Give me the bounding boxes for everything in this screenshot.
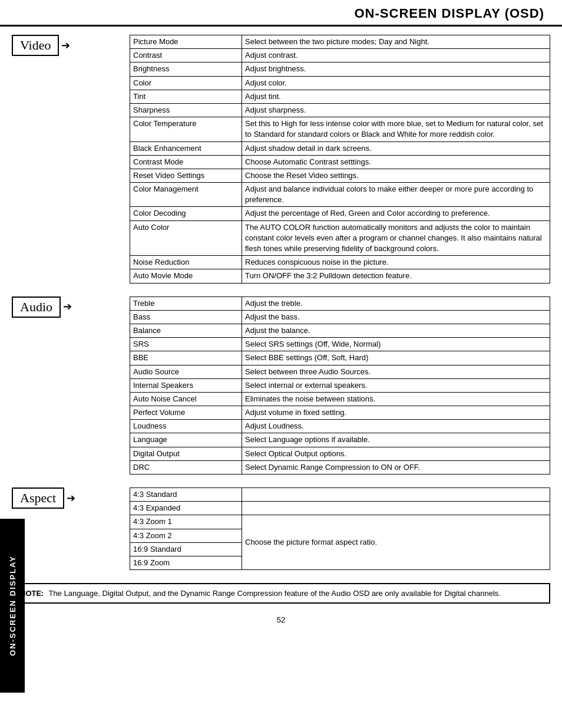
table-row: Auto Noise CancelEliminates the noise be…: [130, 392, 550, 406]
video-label-col: Video ➔: [12, 35, 130, 56]
note-inner: NOTE: The Language, Digital Output, and …: [20, 589, 542, 598]
table-row: SharpnessAdjust sharpness.: [130, 103, 550, 117]
audio-label-box: Audio: [12, 297, 61, 318]
item-name: 16:9 Zoom: [130, 556, 242, 569]
item-desc: Adjust the balance.: [242, 324, 550, 337]
item-name: Noise Reduction: [130, 256, 242, 269]
item-name: Auto Color: [130, 220, 242, 256]
item-desc: Select between the two picture modes; Da…: [242, 35, 550, 49]
item-desc: Reduces conspicuous noise in the picture…: [242, 256, 550, 269]
item-name: Balance: [130, 324, 242, 337]
sidebar-bar: ON-SCREEN DISPLAY: [0, 519, 25, 693]
item-name: Auto Noise Cancel: [130, 392, 242, 406]
aspect-label-col: Aspect ➔: [12, 487, 130, 509]
item-name: Color Temperature: [130, 117, 242, 141]
item-desc: Set this to High for less intense color …: [242, 117, 550, 141]
aspect-section: Aspect ➔ 4:3 Standard4:3 Expanded4:3 Zoo…: [12, 487, 550, 570]
table-row: DRCSelect Dynamic Range Compression to O…: [130, 460, 550, 474]
item-name: Black Enhancement: [130, 141, 242, 155]
item-desc: Adjust and balance individual colors to …: [242, 183, 550, 207]
video-arrow-icon: ➔: [61, 38, 70, 54]
item-name: Perfect Volume: [130, 406, 242, 420]
table-row: Digital OutputSelect Optical Output opti…: [130, 447, 550, 460]
table-row: Color TemperatureSet this to High for le…: [130, 117, 550, 141]
item-desc: Adjust color.: [242, 76, 550, 90]
item-name: Auto Movie Mode: [130, 269, 242, 283]
item-name: Contrast: [130, 49, 242, 62]
table-row: BBESelect BBE settings (Off, Soft, Hard): [130, 351, 550, 365]
item-name: Contrast Mode: [130, 155, 242, 169]
aspect-table: 4:3 Standard4:3 Expanded4:3 Zoom 1Choose…: [130, 487, 550, 570]
table-row: LoudnessAdjust Loudness.: [130, 420, 550, 433]
item-name: Brightness: [130, 62, 242, 76]
item-desc: Select between three Audio Sources.: [242, 365, 550, 378]
item-desc: Choose the Reset Video settings.: [242, 169, 550, 182]
table-row: TrebleAdjust the treble.: [130, 297, 550, 310]
table-row: 4:3 Zoom 1Choose the picture format aspe…: [130, 515, 550, 529]
item-name: Sharpness: [130, 103, 242, 117]
item-desc: The AUTO COLOR function automatically mo…: [242, 220, 550, 256]
note-box: NOTE: The Language, Digital Output, and …: [12, 583, 550, 604]
note-text: The Language, Digital Output, and the Dy…: [48, 589, 500, 598]
item-desc: Adjust tint.: [242, 90, 550, 103]
table-row: LanguageSelect Language options if avail…: [130, 433, 550, 447]
item-desc: [242, 502, 550, 515]
table-row: Black EnhancementAdjust shadow detail in…: [130, 141, 550, 155]
page-header: ON-SCREEN DISPLAY (OSD): [0, 0, 562, 27]
page-title: ON-SCREEN DISPLAY (OSD): [355, 6, 545, 21]
item-name: 4:3 Standard: [130, 488, 242, 502]
item-desc: Select Dynamic Range Compression to ON o…: [242, 460, 550, 474]
table-row: BalanceAdjust the balance.: [130, 324, 550, 337]
item-desc: Select Language options if available.: [242, 433, 550, 447]
item-name: Internal Speakers: [130, 378, 242, 392]
item-name: Reset Video Settings: [130, 169, 242, 182]
table-row: 4:3 Expanded: [130, 502, 550, 515]
item-name: Picture Mode: [130, 35, 242, 49]
aspect-label-box: Aspect: [12, 487, 64, 509]
aspect-items-table: 4:3 Standard4:3 Expanded4:3 Zoom 1Choose…: [130, 487, 550, 570]
item-desc: Select Optical Output options.: [242, 447, 550, 460]
item-desc: Adjust shadow detail in dark screens.: [242, 141, 550, 155]
video-label-box: Video: [12, 35, 59, 56]
table-row: ColorAdjust color.: [130, 76, 550, 90]
item-name: Treble: [130, 297, 242, 310]
page-number: 52: [0, 610, 562, 628]
item-desc: Adjust Loudness.: [242, 420, 550, 433]
item-desc: Select internal or external speakers.: [242, 378, 550, 392]
table-row: Contrast ModeChoose Automatic Contrast s…: [130, 155, 550, 169]
item-desc: Adjust contrast.: [242, 49, 550, 62]
table-row: Audio SourceSelect between three Audio S…: [130, 365, 550, 378]
video-items-table: Picture ModeSelect between the two pictu…: [130, 35, 550, 284]
item-desc: Adjust volume in fixed setting.: [242, 406, 550, 420]
item-name: Bass: [130, 310, 242, 324]
table-row: Noise ReductionReduces conspicuous noise…: [130, 256, 550, 269]
item-desc: [242, 488, 550, 502]
item-desc: Adjust brightness.: [242, 62, 550, 76]
item-name: BBE: [130, 351, 242, 365]
item-desc: Eliminates the noise between stations.: [242, 392, 550, 406]
item-name: Loudness: [130, 420, 242, 433]
audio-label: Audio: [20, 299, 52, 314]
item-name: 4:3 Zoom 2: [130, 529, 242, 542]
item-name: 4:3 Zoom 1: [130, 515, 242, 529]
audio-label-col: Audio ➔: [12, 297, 130, 318]
aspect-label: Aspect: [20, 490, 56, 505]
video-table: Picture ModeSelect between the two pictu…: [130, 35, 550, 284]
audio-section: Audio ➔ TrebleAdjust the treble.BassAdju…: [12, 297, 550, 475]
main-content: Video ➔ Picture ModeSelect between the t…: [0, 27, 562, 570]
table-row: Picture ModeSelect between the two pictu…: [130, 35, 550, 49]
item-desc: Select SRS settings (Off, Wide, Normal): [242, 338, 550, 351]
table-row: 4:3 Standard: [130, 488, 550, 502]
item-name: Color Management: [130, 183, 242, 207]
video-label: Video: [20, 38, 51, 52]
item-desc: Adjust the bass.: [242, 310, 550, 324]
table-row: Color ManagementAdjust and balance indiv…: [130, 183, 550, 207]
aspect-arrow-icon: ➔: [67, 490, 75, 506]
table-row: SRSSelect SRS settings (Off, Wide, Norma…: [130, 338, 550, 351]
table-row: BrightnessAdjust brightness.: [130, 62, 550, 76]
table-row: Reset Video SettingsChoose the Reset Vid…: [130, 169, 550, 182]
item-desc: Choose the picture format aspect ratio.: [242, 515, 550, 570]
audio-arrow-icon: ➔: [63, 299, 72, 315]
item-desc: Choose Automatic Contrast setttings.: [242, 155, 550, 169]
audio-items-table: TrebleAdjust the treble.BassAdjust the b…: [130, 297, 550, 475]
